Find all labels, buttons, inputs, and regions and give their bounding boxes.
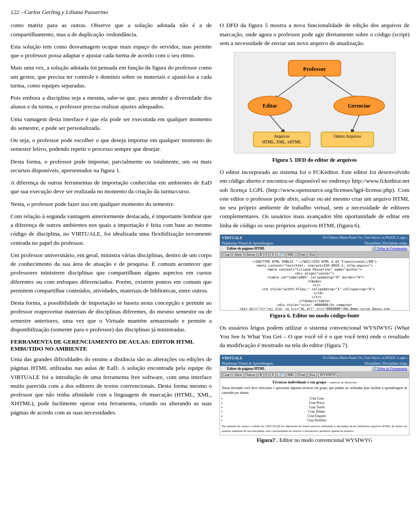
left-p5: Uma vantagem desta interface é que ela p… [10, 115, 212, 133]
virtuale-subheader-6: Plataforma Virtual de Aprendizagem Disci… [220, 241, 409, 246]
editor-label-bar-6: 📄 Editor de páginas HTML 🔙 Voltar às Fer… [220, 246, 409, 252]
left-p8: A diferença de outras ferramentas de imp… [10, 178, 212, 196]
editor-content-6[interactable]: <!DOCTYPE HTML PUBLIC "-//W3C//DTD HTML … [220, 258, 409, 310]
wysiwyg-intro: Nessa atividade você deve selecionar e a… [222, 386, 407, 396]
main-content: como matriz para as outras. Observe que … [10, 21, 410, 448]
svg-line-9 [352, 115, 359, 132]
dfd-diagram-svg: Professor Editar Gerenciar [240, 57, 389, 149]
wysiwyg-footer-text: Por questão de espaço a tabela da LING10… [222, 424, 407, 433]
figure7-screenshot: VIRTUALE Os Últimos Maria Paulo Via | Sa… [220, 355, 410, 435]
svg-text:Professor: Professor [303, 66, 326, 72]
right-p3: Os usuários leigos podem utilizar o sist… [220, 323, 410, 350]
page-header: 122 - Carlos Gerling y Liliana Passerino [10, 8, 410, 17]
svg-line-2 [275, 76, 306, 98]
header-text: 122 - Carlos Gerling y Liliana Passerino [10, 8, 410, 17]
svg-line-8 [270, 115, 284, 132]
figure6-caption: Figura 6. Editor no modo código-fonte [220, 313, 410, 319]
figure7-container: VIRTUALE Os Últimos Maria Paulo Via | Sa… [220, 355, 410, 444]
figure6-container: VIRTUALE Os Últimos Maria Paulo Via | Sa… [220, 234, 410, 319]
left-p12: Desta forma, a possibilidade de importaç… [10, 299, 212, 334]
right-column: O DFD da figura 5 mostra a nova funciona… [220, 21, 410, 448]
left-p1: como matriz para as outras. Observe que … [10, 21, 212, 39]
virtuale-header-7: VIRTUALE Os Últimos Maria Paulo Via | Sa… [220, 355, 409, 361]
right-p1: O DFD da figura 5 mostra a nova funciona… [220, 21, 410, 48]
svg-text:HTML, XML, xHTML: HTML, XML, xHTML [262, 140, 301, 144]
svg-text:Editar: Editar [262, 103, 277, 109]
left-p6: Ou seja, o professor pode escolher o que… [10, 136, 212, 154]
editor-content-7[interactable]: Técnicas individuais e em grupo – elabor… [220, 378, 409, 435]
editor-label-bar-7: 📄 Editor de páginas HTML 🔙 Voltar às Fer… [220, 366, 409, 372]
svg-text:Gerenciar: Gerenciar [348, 103, 371, 109]
wysiwyg-list: Criar Lista Criar Prova Criar Tarefa Cri… [226, 396, 407, 422]
left-p11: Um professor universitário, em geral, mi… [10, 251, 212, 295]
svg-text:Outros Arquivos: Outros Arquivos [333, 134, 361, 139]
figure6-screenshot: VIRTUALE Os Últimos Maria Paulo Via | Sa… [220, 234, 410, 311]
svg-text:Arquivos: Arquivos [274, 134, 290, 139]
left-p4: Pois embora a disciplina seja a mesma, s… [10, 94, 212, 111]
left-p9: Nesta, o professor pode fazer uso em qua… [10, 200, 212, 209]
left-p10: Com relação à segunda vantagem anteriorm… [10, 212, 212, 247]
left-p13: Uma das grandes dificuldades do ensino a… [10, 355, 212, 417]
figure7-caption: Figura7 . Editor no modo convencional WY… [220, 437, 410, 444]
figure5-container: Professor Editar Gerenciar [220, 52, 410, 163]
editor-toolbar-6[interactable]: Criar Abrir Salvar BIU 🔗IMG FontSize [220, 252, 409, 258]
right-p2: O editor incorporado ao sistema foi o FC… [220, 168, 410, 230]
virtuale-header-6: VIRTUALE Os Últimos Maria Paulo Via | Sa… [220, 235, 409, 241]
svg-line-3 [323, 76, 356, 98]
virtuale-subheader-7: Plataforma Virtual de Aprendizagem Disci… [220, 361, 409, 366]
left-p2: Esta solução tem como desvantagem ocupar… [10, 42, 212, 60]
editor-toolbar-7[interactable]: Criar Abrir Salvar BIU 🔗IMG FontSize WYS… [220, 372, 409, 378]
figure5-caption: Figura 5. DFD do editor de arquivos [220, 157, 410, 163]
left-p7: Desta forma, o professor pode importar, … [10, 157, 212, 175]
figure5-diagram: Professor Editar Gerenciar [234, 52, 396, 153]
left-p3: Mais uma vez, a solução adotada foi pens… [10, 63, 212, 90]
wysiwyg-title: Técnicas individuais e em grupo – elabor… [222, 380, 407, 384]
section-heading: FERRAMENTA DE GERENCIAMENTO DE AULAS: ED… [10, 338, 212, 352]
left-column: como matriz para as outras. Observe que … [10, 21, 212, 448]
